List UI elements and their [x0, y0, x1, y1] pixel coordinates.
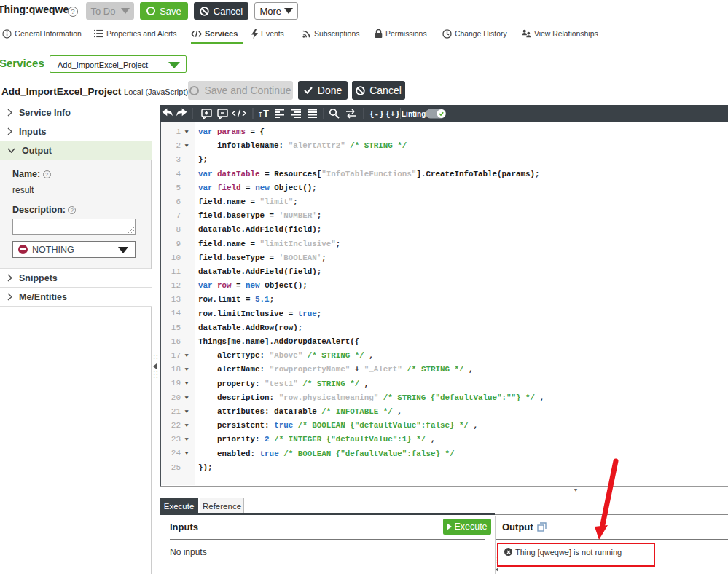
svg-text:т: т [259, 110, 262, 118]
svg-text:{+}: {+} [385, 110, 400, 119]
svg-text:{-}: {-} [369, 110, 384, 119]
svg-text:T: T [263, 108, 269, 119]
svg-text:Linting: Linting [402, 110, 426, 118]
